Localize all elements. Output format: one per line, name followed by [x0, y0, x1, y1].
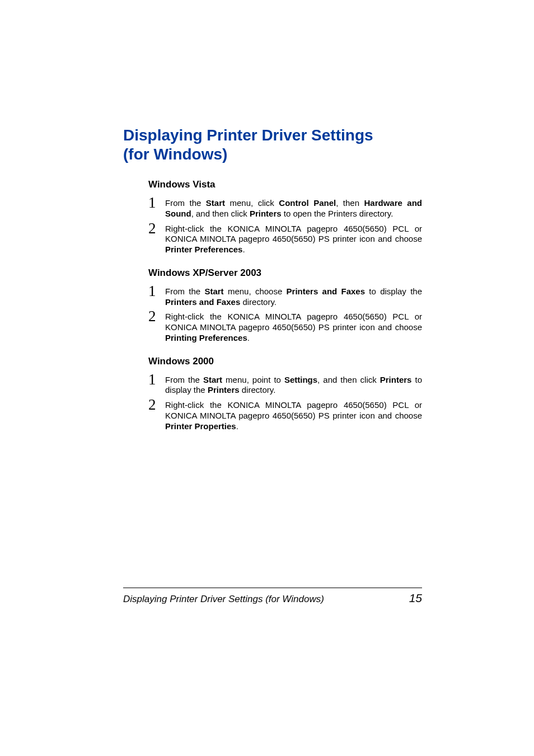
text-run: From the [165, 375, 203, 384]
text-run: Start [203, 375, 222, 384]
section-heading: Windows XP/Server 2003 [148, 267, 422, 279]
text-run: From the [165, 287, 204, 296]
text-run: . [247, 333, 250, 342]
text-run: Printers and Faxes [287, 287, 365, 296]
text-run: Control Panel [279, 198, 336, 208]
text-run: Printers [208, 385, 240, 395]
step-list: From the Start menu, click Control Panel… [148, 198, 422, 255]
text-run: Start [204, 287, 223, 296]
text-run: , and then click [191, 209, 250, 218]
text-run: menu, choose [224, 287, 287, 296]
page-footer: Displaying Printer Driver Settings (for … [123, 588, 422, 605]
heading-line-2: (for Windows) [123, 145, 227, 163]
footer-line: Displaying Printer Driver Settings (for … [123, 591, 422, 605]
main-heading: Displaying Printer Driver Settings (for … [123, 126, 422, 163]
text-run: Printers [250, 209, 282, 218]
sections-container: Windows VistaFrom the Start menu, click … [123, 179, 422, 431]
text-run: , then [336, 198, 364, 208]
step-item: Right-click the KONICA MINOLTA pagepro 4… [148, 400, 422, 431]
text-run: Printer Preferences [165, 245, 242, 254]
text-run: Printers and Faxes [165, 297, 240, 307]
step-item: From the Start menu, point to Settings, … [148, 375, 422, 396]
text-run: directory. [240, 297, 277, 307]
step-item: From the Start menu, choose Printers and… [148, 287, 422, 308]
text-run: Printer Properties [165, 421, 236, 431]
text-run: Settings [284, 375, 317, 384]
text-run: Printers [380, 375, 412, 384]
text-run: , and then click [317, 375, 380, 384]
section-heading: Windows 2000 [148, 356, 422, 367]
step-item: Right-click the KONICA MINOLTA pagepro 4… [148, 312, 422, 343]
step-item: Right-click the KONICA MINOLTA pagepro 4… [148, 224, 422, 255]
text-run: Right-click the KONICA MINOLTA pagepro 4… [165, 400, 422, 420]
text-run: From the [165, 198, 206, 208]
text-run: menu, point to [222, 375, 284, 384]
text-run: Printing Preferences [165, 333, 247, 342]
text-run: Right-click the KONICA MINOLTA pagepro 4… [165, 224, 422, 244]
section: Windows XP/Server 2003From the Start men… [148, 267, 422, 344]
footer-rule [123, 588, 422, 588]
text-run: . [242, 245, 245, 254]
text-run: menu, click [225, 198, 279, 208]
heading-line-1: Displaying Printer Driver Settings [123, 126, 373, 144]
section: Windows VistaFrom the Start menu, click … [148, 179, 422, 255]
step-item: From the Start menu, click Control Panel… [148, 198, 422, 219]
text-run: Right-click the KONICA MINOLTA pagepro 4… [165, 312, 422, 332]
footer-title: Displaying Printer Driver Settings (for … [123, 594, 324, 605]
step-list: From the Start menu, choose Printers and… [148, 287, 422, 344]
step-list: From the Start menu, point to Settings, … [148, 375, 422, 432]
text-run: directory. [240, 385, 276, 395]
page: Displaying Printer Driver Settings (for … [0, 0, 534, 756]
text-run: to open the Printers directory. [282, 209, 394, 218]
section: Windows 2000From the Start menu, point t… [148, 356, 422, 432]
text-run: . [236, 421, 238, 431]
footer-page-number: 15 [409, 591, 422, 605]
section-heading: Windows Vista [148, 179, 422, 190]
text-run: Start [206, 198, 225, 208]
text-run: to display the [365, 287, 422, 296]
